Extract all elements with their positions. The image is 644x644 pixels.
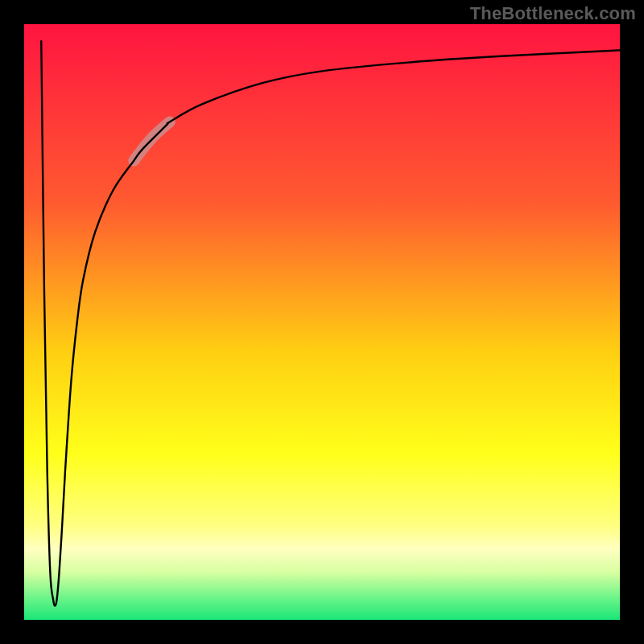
chart-gradient-background	[23, 23, 621, 621]
chart-stage: TheBottleneck.com	[0, 0, 644, 644]
watermark-text: TheBottleneck.com	[470, 3, 636, 24]
bottleneck-chart	[0, 0, 644, 644]
